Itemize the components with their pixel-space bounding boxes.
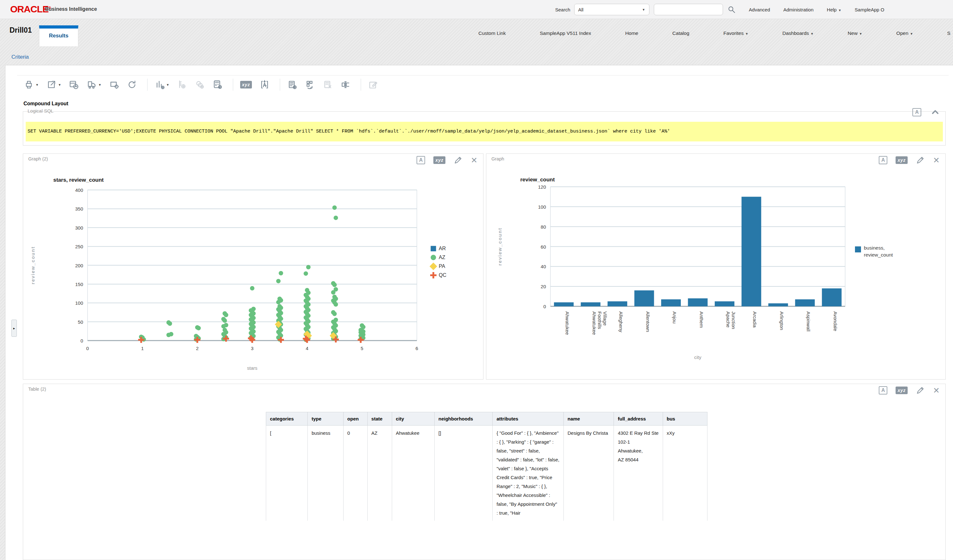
collapse-view-icon[interactable] bbox=[931, 108, 940, 117]
column-header-categories[interactable]: categories bbox=[266, 412, 308, 425]
xyz-icon[interactable]: xyz bbox=[896, 156, 908, 164]
results-toolbar: ▼▼▼▼xyz bbox=[24, 78, 386, 92]
xyz-icon[interactable]: xyz bbox=[896, 386, 908, 394]
scatter-point-AZ[interactable] bbox=[331, 290, 336, 295]
nav-clipped-item[interactable]: S bbox=[947, 31, 950, 36]
nav-custom-link[interactable]: Custom Link bbox=[478, 31, 506, 36]
edit-view-icon[interactable] bbox=[916, 156, 925, 164]
search-input[interactable] bbox=[654, 4, 723, 15]
format-view-icon[interactable]: A bbox=[879, 156, 888, 164]
nav-open-menu[interactable]: Open▼ bbox=[896, 31, 913, 36]
bar-Aspinwall[interactable] bbox=[795, 299, 815, 306]
edit-view-icon[interactable] bbox=[916, 386, 925, 395]
cell-bus: xXy bbox=[663, 425, 707, 521]
move-view-button[interactable] bbox=[305, 79, 315, 90]
refresh-icon bbox=[127, 79, 137, 90]
tab-results[interactable]: Results bbox=[39, 25, 78, 46]
nav-catalog[interactable]: Catalog bbox=[672, 31, 689, 36]
settings-button[interactable] bbox=[109, 79, 119, 90]
scatter-point-AZ[interactable] bbox=[196, 326, 201, 330]
scatter-point-AZ[interactable] bbox=[306, 265, 310, 269]
scatter-point-AZ[interactable] bbox=[224, 313, 228, 317]
table-container: categoriestypeopenstatecityneighborhoods… bbox=[266, 412, 708, 521]
scatter-point-AZ[interactable] bbox=[334, 302, 338, 307]
scatter-point-AZ[interactable] bbox=[304, 271, 308, 276]
column-header-open[interactable]: open bbox=[343, 412, 367, 425]
bar-Ahwatukee Foothills Village[interactable] bbox=[581, 302, 601, 306]
column-header-name[interactable]: name bbox=[563, 412, 614, 425]
nav-home[interactable]: Home bbox=[625, 31, 638, 36]
bar-Anjou[interactable] bbox=[661, 299, 681, 306]
edit-view-icon[interactable] bbox=[454, 156, 463, 164]
advanced-link[interactable]: Advanced bbox=[749, 7, 770, 12]
bar-Allentown[interactable] bbox=[635, 290, 654, 306]
bar-chart: 020406080100120review_countreview_countA… bbox=[486, 163, 946, 378]
xyz-icon[interactable]: xyz bbox=[433, 156, 445, 164]
deliver-button[interactable]: ▼ bbox=[87, 79, 101, 90]
refresh-button[interactable] bbox=[127, 79, 137, 90]
toolbar-separator bbox=[280, 79, 280, 91]
print-button[interactable]: ▼ bbox=[24, 79, 39, 90]
nav-dashboards-menu[interactable]: Dashboards▼ bbox=[782, 31, 813, 36]
new-pair-icon bbox=[195, 79, 205, 90]
format-view-icon[interactable]: A bbox=[879, 386, 888, 394]
remove-view-icon[interactable]: ✕ bbox=[933, 386, 940, 394]
format-view-icon[interactable]: A bbox=[913, 108, 921, 116]
scatter-point-AZ[interactable] bbox=[279, 271, 283, 275]
schedule-button[interactable] bbox=[69, 79, 79, 90]
column-header-state[interactable]: state bbox=[367, 412, 392, 425]
bar-Arcadia[interactable] bbox=[741, 197, 761, 306]
tab-criteria[interactable]: Criteria bbox=[8, 52, 33, 62]
remove-view-icon[interactable]: ✕ bbox=[471, 156, 478, 164]
format-view-icon[interactable]: A bbox=[416, 156, 425, 164]
search-scope-select[interactable]: All ▼ bbox=[574, 4, 649, 15]
bar-Avondale[interactable] bbox=[822, 288, 842, 306]
scatter-point-AZ[interactable] bbox=[168, 321, 172, 326]
search-button[interactable] bbox=[728, 5, 736, 14]
help-menu[interactable]: Help▼ bbox=[827, 7, 841, 12]
bar-Anthem[interactable] bbox=[688, 298, 708, 306]
cell-name: Designs By Christa bbox=[563, 425, 614, 521]
cell-city: Ahwatukee bbox=[392, 425, 434, 521]
scatter-point-AZ[interactable] bbox=[332, 312, 337, 316]
new-view-button[interactable]: ▼ bbox=[155, 79, 169, 90]
scatter-point-AZ[interactable] bbox=[332, 205, 337, 210]
bar-Allegheny[interactable] bbox=[607, 301, 627, 306]
scatter-point-AZ[interactable] bbox=[166, 333, 171, 337]
column-header-attributes[interactable]: attributes bbox=[493, 412, 564, 425]
nav-new-menu[interactable]: New▼ bbox=[847, 31, 862, 36]
bar-Arlington[interactable] bbox=[768, 304, 788, 306]
remove-view-button bbox=[323, 79, 333, 90]
administration-link[interactable]: Administration bbox=[783, 7, 813, 12]
edit-dashboard-button bbox=[368, 79, 378, 90]
scatter-point-AZ[interactable] bbox=[250, 286, 255, 290]
nav-favorites-menu[interactable]: Favorites▼ bbox=[723, 31, 748, 36]
bar-Ahwatukee[interactable] bbox=[554, 302, 574, 306]
scatter-point-AZ[interactable] bbox=[276, 279, 281, 283]
scatter-point-AZ[interactable] bbox=[332, 282, 337, 287]
show-sql-button[interactable]: xyz bbox=[240, 81, 252, 88]
import-format-button[interactable] bbox=[259, 79, 270, 90]
export-button[interactable]: ▼ bbox=[46, 79, 61, 90]
column-header-bus[interactable]: bus bbox=[663, 412, 707, 425]
column-header-type[interactable]: type bbox=[308, 412, 344, 425]
scatter-point-AZ[interactable] bbox=[334, 216, 338, 220]
scatter-point-AZ[interactable] bbox=[223, 318, 227, 323]
remove-view-icon[interactable]: ✕ bbox=[933, 156, 940, 164]
column-header-full_address[interactable]: full_address bbox=[614, 412, 663, 425]
y-tick-label: 40 bbox=[540, 264, 546, 269]
column-header-city[interactable]: city bbox=[392, 412, 434, 425]
scatter-point-AZ[interactable] bbox=[222, 324, 226, 329]
panel-expand-handle[interactable]: ▸ bbox=[11, 320, 17, 337]
account-menu[interactable]: SampleApp O bbox=[855, 7, 884, 12]
import-format-icon bbox=[259, 79, 270, 90]
x-tick-label: 5 bbox=[361, 346, 363, 351]
new-calc-button[interactable] bbox=[213, 79, 223, 90]
rename-view-button[interactable] bbox=[340, 79, 351, 90]
column-header-neighborhoods[interactable]: neighborhoods bbox=[435, 412, 493, 425]
bar-Apache Junction[interactable] bbox=[715, 301, 734, 306]
add-view-button[interactable] bbox=[287, 79, 297, 90]
scatter-point-AZ[interactable] bbox=[276, 300, 281, 304]
search-icon bbox=[728, 5, 736, 14]
nav-sampleapp-index[interactable]: SampleApp V511 Index bbox=[540, 31, 591, 36]
